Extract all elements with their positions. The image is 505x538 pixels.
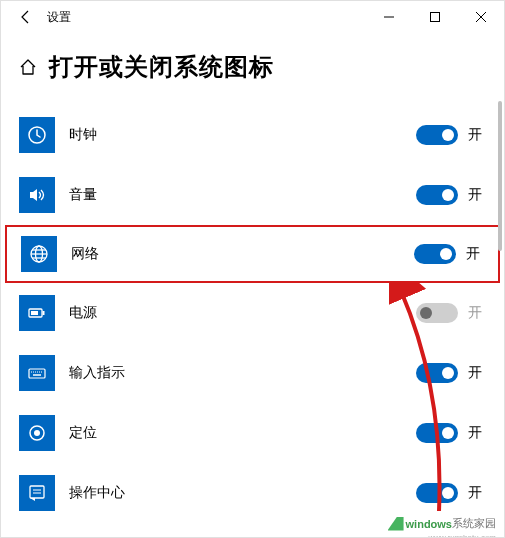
watermark: windows 系统家园 www.runshatu.com <box>388 516 496 531</box>
setting-row-volume: 音量开 <box>1 165 504 225</box>
back-button[interactable] <box>9 1 41 33</box>
svg-rect-11 <box>29 369 45 378</box>
svg-rect-21 <box>30 486 44 498</box>
setting-label: 时钟 <box>69 126 416 144</box>
setting-label: 操作中心 <box>69 484 416 502</box>
toggle-state: 开 <box>468 304 486 322</box>
toggle-state: 开 <box>468 126 486 144</box>
toggle-wrap: 开 <box>416 303 486 323</box>
window-title: 设置 <box>47 9 71 26</box>
clock-icon <box>19 117 55 153</box>
scrollbar[interactable] <box>496 101 504 531</box>
location-icon <box>19 415 55 451</box>
toggle-volume[interactable] <box>416 185 458 205</box>
watermark-url: www.runshatu.com <box>428 533 496 538</box>
toggle-wrap: 开 <box>416 185 486 205</box>
toggle-state: 开 <box>468 364 486 382</box>
svg-rect-10 <box>31 311 38 315</box>
home-icon[interactable] <box>17 56 39 78</box>
action-icon <box>19 475 55 511</box>
toggle-action[interactable] <box>416 483 458 503</box>
input-icon <box>19 355 55 391</box>
toggle-network[interactable] <box>414 244 456 264</box>
toggle-state: 开 <box>468 424 486 442</box>
setting-label: 输入指示 <box>69 364 416 382</box>
scrollbar-thumb[interactable] <box>498 101 502 251</box>
minimize-button[interactable] <box>366 1 412 33</box>
toggle-wrap: 开 <box>416 423 486 443</box>
setting-row-power: 电源开 <box>1 283 504 343</box>
svg-point-20 <box>34 430 40 436</box>
svg-rect-9 <box>43 311 45 315</box>
toggle-wrap: 开 <box>416 483 486 503</box>
setting-row-input: 输入指示开 <box>1 343 504 403</box>
close-button[interactable] <box>458 1 504 33</box>
watermark-brand2: 系统家园 <box>452 516 496 531</box>
setting-row-action: 操作中心开 <box>1 463 504 523</box>
toggle-clock[interactable] <box>416 125 458 145</box>
setting-row-clock: 时钟开 <box>1 105 504 165</box>
watermark-logo-icon <box>388 517 404 531</box>
page-title: 打开或关闭系统图标 <box>49 51 274 83</box>
toggle-state: 开 <box>468 186 486 204</box>
toggle-wrap: 开 <box>414 244 484 264</box>
power-icon <box>19 295 55 331</box>
setting-row-location: 定位开 <box>1 403 504 463</box>
volume-icon <box>19 177 55 213</box>
toggle-wrap: 开 <box>416 125 486 145</box>
setting-label: 音量 <box>69 186 416 204</box>
toggle-state: 开 <box>468 484 486 502</box>
toggle-state: 开 <box>466 245 484 263</box>
watermark-brand: windows <box>406 518 452 530</box>
setting-label: 定位 <box>69 424 416 442</box>
toggle-input[interactable] <box>416 363 458 383</box>
setting-row-network: 网络开 <box>5 225 500 283</box>
setting-label: 网络 <box>71 245 414 263</box>
setting-label: 电源 <box>69 304 416 322</box>
toggle-wrap: 开 <box>416 363 486 383</box>
maximize-button[interactable] <box>412 1 458 33</box>
svg-rect-1 <box>431 13 440 22</box>
toggle-location[interactable] <box>416 423 458 443</box>
toggle-power <box>416 303 458 323</box>
network-icon <box>21 236 57 272</box>
